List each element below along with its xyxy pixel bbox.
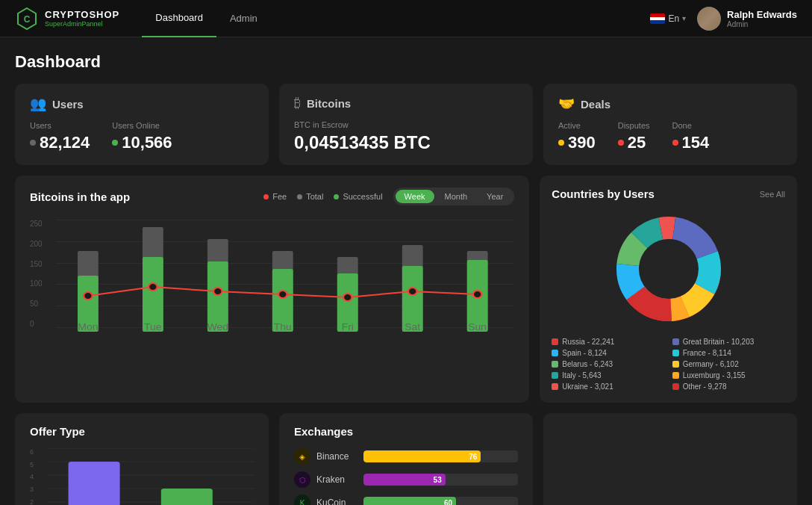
users-card: 👥 Users Users 82,124 Users Online 10,566	[15, 84, 269, 165]
page-title: Dashboard	[15, 52, 797, 72]
offer-type-title: Offer Type	[30, 425, 85, 438]
header: C CRYPTOSHOP SuperAdminPannel Dashboard …	[0, 0, 812, 37]
successful-dot	[334, 194, 339, 199]
bitcoin-chart-title: Bitcoins in the app	[30, 190, 130, 203]
users-number: 82,124	[30, 133, 90, 152]
done-dot	[672, 140, 678, 146]
see-all-link[interactable]: See All	[760, 190, 785, 199]
legend-total: Total	[297, 192, 323, 201]
users-total: Users 82,124	[30, 121, 90, 152]
exchange-bar-fill: 60	[363, 497, 456, 505]
bitcoins-card: ₿ Bitcoins BTC in Escrow 0,04513435 BTC	[279, 84, 533, 165]
svg-point-22	[473, 291, 482, 298]
svg-point-17	[149, 283, 157, 291]
exchange-name: Binance	[316, 451, 357, 462]
month-btn[interactable]: Month	[436, 190, 477, 203]
bitcoin-chart-header: Bitcoins in the app Fee Total	[30, 188, 514, 205]
chart-legend: Fee Total Successful	[263, 192, 382, 201]
lang-selector[interactable]: En ▾	[650, 13, 686, 24]
deals-disputes: Disputes 25	[618, 121, 650, 152]
successful-label: Successful	[343, 192, 382, 201]
legend-fee: Fee	[263, 192, 287, 201]
offer-chart-container: 0 1 2 3 4 5 6	[30, 448, 254, 505]
user-role: Admin	[727, 20, 797, 28]
active-dot	[558, 140, 564, 146]
svg-rect-49	[161, 489, 213, 505]
exchanges-card: Exchanges ◈ Binance 76 ⬡ Kraken 53 K KuC…	[279, 413, 533, 505]
year-btn[interactable]: Year	[478, 190, 512, 203]
users-online-label: Users Online	[112, 121, 172, 130]
exchange-bar-fill: 76	[363, 450, 481, 462]
main-content: Dashboard 👥 Users Users 82,124 Users Onl…	[0, 37, 812, 505]
svg-rect-48	[69, 462, 120, 505]
bitcoins-title: Bitcoins	[307, 97, 351, 110]
svg-point-18	[213, 288, 222, 295]
svg-point-19	[278, 291, 287, 298]
disputes-label: Disputes	[618, 121, 650, 130]
svg-text:Mon: Mon	[78, 322, 98, 332]
exchange-name: Kraken	[316, 474, 357, 485]
logo-sub: SuperAdminPannel	[45, 20, 119, 28]
user-info[interactable]: Ralph Edwards Admin	[697, 7, 797, 31]
legend-france: France - 8,114	[672, 349, 785, 357]
btc-escrow: BTC in Escrow 0,04513435 BTC	[294, 120, 431, 153]
lang-label: En	[668, 13, 679, 24]
legend-luxemburg: Luxemburg - 3,155	[672, 371, 785, 379]
header-right: En ▾ Ralph Edwards Admin	[650, 7, 797, 31]
donut-chart	[552, 209, 785, 329]
legend-other: Other - 9,278	[672, 382, 785, 391]
user-text: Ralph Edwards Admin	[727, 9, 797, 28]
logo-icon: C	[15, 7, 39, 31]
exchange-item-kucoin: K KuCoin 60	[294, 495, 518, 505]
done-value: 154	[672, 133, 710, 152]
stats-row: 👥 Users Users 82,124 Users Online 10,566	[15, 84, 797, 165]
users-icon: 👥	[30, 96, 46, 112]
users-card-header: 👥 Users	[30, 96, 254, 112]
y-axis: 0 50 100 150 200 250	[30, 220, 43, 328]
nav-links: Dashboard Admin	[142, 0, 650, 37]
legend-italy: Italy - 5,643	[552, 371, 664, 379]
svg-rect-7	[207, 261, 228, 332]
legend-ukraine: Ukraine - 3,021	[552, 382, 664, 391]
bitcoin-bar-chart-svg: Mon Tue Wed Thu Fri Sat Sun	[56, 220, 540, 332]
total-dot	[297, 194, 302, 199]
svg-point-20	[343, 294, 352, 301]
offer-type-card: Offer Type 0 1 2 3 4 5 6	[15, 413, 269, 505]
legend-germany: Germany - 6,102	[672, 360, 785, 368]
offer-y-axis: 0 1 2 3 4 5 6	[30, 448, 34, 505]
bottom-spacer	[543, 413, 797, 505]
nav-admin[interactable]: Admin	[216, 0, 271, 37]
bar-chart-container: 0 50 100 150 200 250	[30, 216, 514, 347]
svg-text:C: C	[24, 14, 31, 25]
chevron-down-icon: ▾	[682, 14, 686, 22]
legend-successful: Successful	[334, 192, 382, 201]
deals-card: 🤝 Deals Active 390 Disputes 25	[543, 84, 797, 165]
exchange-value: 60	[444, 499, 452, 506]
users-title: Users	[52, 98, 84, 111]
exchange-item-binance: ◈ Binance 76	[294, 448, 518, 465]
fee-dot	[263, 194, 269, 199]
exchange-value: 76	[469, 453, 477, 461]
exchange-icon-kraken: ⬡	[294, 471, 310, 488]
svg-point-16	[84, 292, 93, 300]
offer-type-header: Offer Type	[30, 425, 254, 438]
exchange-bar: 60	[363, 497, 518, 505]
active-value: 390	[558, 133, 596, 152]
logo-name: CRYPTOSHOP	[45, 9, 119, 20]
bottom-row: Offer Type 0 1 2 3 4 5 6	[15, 413, 797, 505]
svg-text:Tue: Tue	[144, 322, 161, 332]
exchanges-title: Exchanges	[294, 425, 353, 438]
svg-text:Thu: Thu	[274, 322, 292, 332]
svg-text:Fri: Fri	[342, 322, 354, 332]
exchange-icon-binance: ◈	[294, 448, 310, 465]
bitcoin-icon: ₿	[294, 96, 301, 111]
legend-belarus: Belarus - 6,243	[552, 360, 664, 368]
countries-header: Countries by Users See All	[552, 188, 785, 200]
exchanges-list: ◈ Binance 76 ⬡ Kraken 53 K KuCoin 60	[294, 448, 518, 505]
logo-text: CRYPTOSHOP SuperAdminPannel	[45, 9, 119, 28]
exchange-bar: 76	[363, 450, 518, 462]
disputes-dot	[618, 140, 624, 146]
bitcoin-chart-card: Bitcoins in the app Fee Total	[15, 176, 529, 403]
nav-dashboard[interactable]: Dashboard	[142, 0, 216, 37]
week-btn[interactable]: Week	[396, 190, 434, 203]
